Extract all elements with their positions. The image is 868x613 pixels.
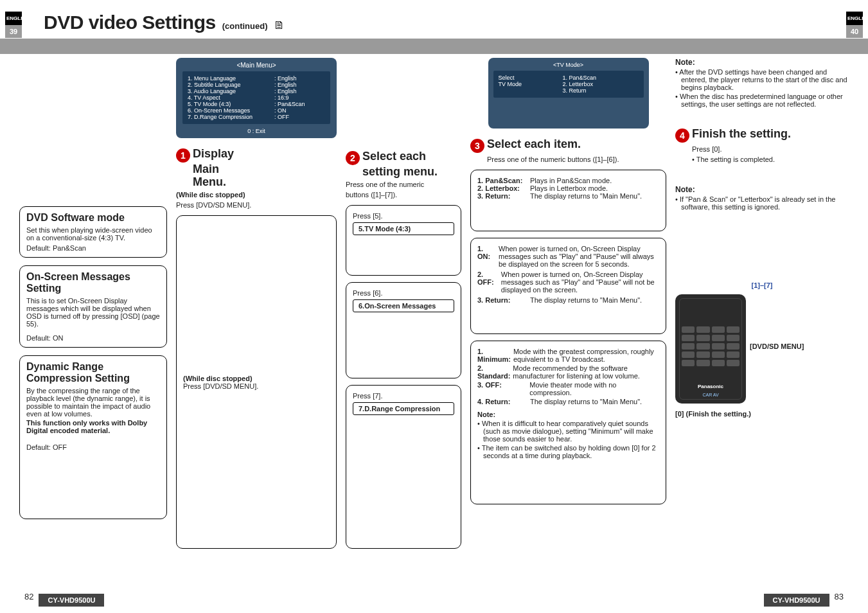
step4-sub1: Press [0].: [692, 145, 849, 153]
step1b-sub2: Press [DVD/SD MENU].: [183, 382, 330, 390]
remote-brand2: CAR AV: [675, 393, 746, 397]
sec1-note-h: Note:: [675, 185, 849, 194]
remote-side-label: [DVD/SD MENU]: [750, 342, 804, 350]
page-title-sub: (continued): [222, 21, 268, 31]
top-note2: • When the disc has predetermined langua…: [675, 93, 849, 108]
main-menu-panel: <Main Menu> 1. Menu Language: English 2.…: [176, 58, 337, 138]
dynamic-range-box: Dynamic Range Compression Setting By the…: [19, 355, 167, 519]
sec3-note-h: Note:: [477, 411, 659, 418]
box3-title: Dynamic Range Compression Setting: [26, 361, 160, 384]
box3-default: Default: OFF: [26, 443, 160, 451]
foot-page-right: 83: [835, 592, 844, 601]
foot-model-left: CY-VHD9500U: [39, 594, 104, 607]
step1-title2: Main Menu.: [193, 163, 253, 188]
left-side-tab: ENGLISH 39: [5, 12, 22, 38]
foot-page-left: 82: [24, 592, 33, 601]
tv-mode-panel: <TV Mode> Select TV Mode 1. Pan&Scan 2. …: [488, 58, 649, 129]
step2-title2: setting menu.: [362, 165, 461, 178]
top-note-h: Note:: [675, 58, 849, 67]
tv-mode-head: <TV Mode>: [493, 62, 644, 68]
remote-keys-top: [1]–[7]: [675, 281, 849, 289]
press7-box: Press [7]. 7.D.Range Compression: [346, 385, 461, 549]
press5-box: Press [5]. 5.TV Mode (4:3): [346, 205, 461, 276]
step1b-sub1: (While disc stopped): [183, 375, 330, 382]
press5-text: Press [5].: [353, 212, 454, 220]
remote-brand: Panasonic: [675, 384, 746, 389]
lang-label-left: ENGLISH: [5, 12, 22, 25]
page-ind-right: 40: [846, 25, 863, 38]
step3-title: Select each item.: [487, 138, 581, 150]
disc-icon: 🗎: [274, 19, 285, 32]
step1-sub2: Press [DVD/SD MENU].: [176, 201, 253, 209]
step1-title1: Display: [193, 147, 234, 160]
sec3-note1: • When it is difficult to hear comparati…: [477, 420, 659, 443]
step1-tall-box: (While disc stopped) Press [DVD/SD MENU]…: [176, 215, 337, 549]
box1-text: Set this when playing wide-screen video …: [26, 226, 160, 242]
foot-model-right: CY-VHD9500U: [764, 594, 829, 607]
box3-text: By the compressing the range of the play…: [26, 387, 160, 418]
remote-bottom-label: [0] (Finish the setting.): [675, 410, 849, 418]
step1-sub1: (While disc stopped): [176, 191, 253, 199]
sec1-note-b: • If "Pan & Scan" or "Letterbox" is alre…: [675, 195, 849, 211]
step2-badge: 2: [346, 151, 360, 165]
press6-text: Press [6].: [353, 289, 454, 297]
dvd-software-mode-box: DVD Software mode Set this when playing …: [19, 206, 167, 258]
box2-default: Default: ON: [26, 334, 160, 342]
on-screen-messages-box: On-Screen Messages Setting This is to se…: [19, 265, 167, 348]
box3-bold: This function only works with Dolby Digi…: [26, 419, 160, 434]
right-side-tab: ENGLISH 40: [846, 12, 863, 38]
page-ind-left: 39: [5, 25, 22, 38]
press7-label: 7.D.Range Compression: [353, 402, 454, 415]
page-title: DVD video Settings: [44, 12, 216, 33]
step2-title1: Select each: [362, 150, 426, 163]
step4-sub2: • The setting is completed.: [692, 155, 849, 163]
step4-badge: 4: [675, 129, 689, 143]
main-menu-head: <Main Menu>: [176, 62, 337, 71]
box2-text: This is to set On-Screen Display message…: [26, 297, 160, 328]
box2-title: On-Screen Messages Setting: [26, 271, 160, 294]
press5-label: 5.TV Mode (4:3): [353, 222, 454, 235]
main-menu-foot: 0 : Exit: [176, 124, 337, 138]
sec3-note2: • The item can be switched also by holdi…: [477, 444, 659, 459]
section-drc: 1. Minimum:Mode with the greatest compre…: [470, 341, 666, 504]
step2-sub2: buttons ([1]–[7]).: [346, 191, 461, 199]
box1-title: DVD Software mode: [26, 212, 160, 224]
section-osd: 1. ON:When power is turned on, On-Screen…: [470, 238, 666, 334]
lang-label-right: ENGLISH: [846, 12, 863, 25]
step2-sub1: Press one of the numeric: [346, 181, 461, 188]
top-note1: • After the DVD settings have been chang…: [675, 68, 849, 91]
section-panscan: 1. Pan&Scan:Plays in Pan&Scan mode. 2. L…: [470, 170, 666, 231]
box1-default: Default: Pan&Scan: [26, 244, 160, 252]
step4-title: Finish the setting.: [692, 127, 791, 140]
press6-box: Press [6]. 6.On-Screen Messages: [346, 282, 461, 378]
step3-badge: 3: [470, 139, 484, 153]
step1-badge: 1: [176, 148, 190, 163]
press7-text: Press [7].: [353, 392, 454, 400]
header-bar: [0, 39, 868, 54]
step3-sub: Press one of the numeric buttons ([1]–[6…: [487, 155, 666, 163]
remote-image: Panasonic CAR AV: [675, 294, 746, 404]
press6-label: 6.On-Screen Messages: [353, 299, 454, 312]
